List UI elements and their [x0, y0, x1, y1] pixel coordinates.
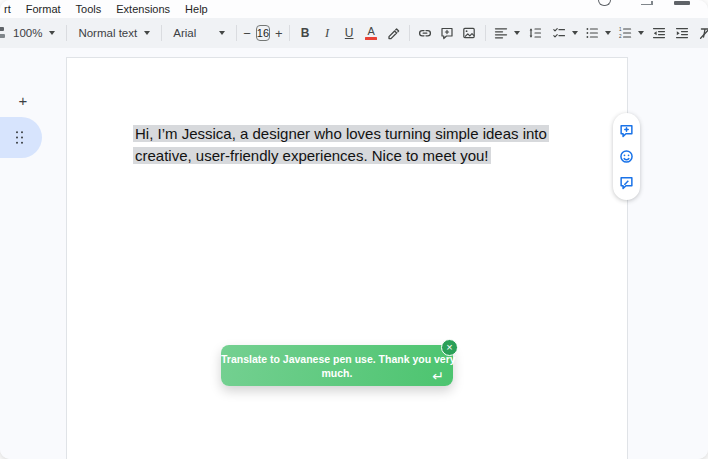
chevron-down-icon	[605, 31, 611, 35]
insert-plus-button[interactable]: +	[15, 92, 31, 109]
suggest-edits-icon[interactable]	[618, 174, 635, 191]
bold-button[interactable]: B	[296, 24, 315, 43]
insert-link-icon[interactable]	[416, 24, 435, 43]
clipped-comment-icon	[641, 3, 653, 5]
divider	[289, 25, 290, 41]
toolbar: 100% Normal text Arial − 16 + B I U A	[0, 18, 708, 48]
insert-image-icon[interactable]	[460, 24, 479, 43]
clipped-history-icon	[598, 0, 611, 6]
chevron-down-icon	[144, 31, 150, 35]
clear-formatting-icon[interactable]	[696, 24, 708, 43]
paragraph-style-select[interactable]: Normal text	[73, 24, 155, 42]
drag-dots-icon	[15, 130, 24, 145]
text-color-button[interactable]: A	[362, 24, 381, 43]
line-spacing-icon[interactable]	[526, 24, 545, 43]
font-size-input[interactable]: 16	[256, 25, 270, 41]
chevron-down-icon	[514, 31, 520, 35]
paragraph-style-value: Normal text	[78, 27, 137, 39]
italic-button[interactable]: I	[318, 24, 337, 43]
document-canvas: Hi, I’m Jessica, a designer who loves tu…	[0, 48, 708, 459]
close-icon[interactable]: ×	[441, 339, 458, 356]
align-left-icon	[492, 24, 511, 43]
increase-font-size-button[interactable]: +	[275, 26, 283, 41]
font-family-select[interactable]: Arial	[168, 24, 230, 42]
divider	[236, 25, 237, 41]
highlighter-icon[interactable]	[384, 24, 403, 43]
floating-action-pill	[613, 113, 640, 200]
indent-icon[interactable]	[673, 24, 692, 43]
font-family-value: Arial	[173, 27, 196, 39]
add-comment-icon[interactable]	[618, 122, 635, 139]
decrease-font-size-button[interactable]: −	[243, 26, 251, 41]
chevron-down-icon	[638, 31, 644, 35]
selected-text-line[interactable]: creative, user-friendly experiences. Nic…	[133, 147, 491, 164]
enter-icon[interactable]: ↵	[432, 369, 444, 383]
outdent-icon[interactable]	[650, 24, 669, 43]
menu-bar: rt Format Tools Extensions Help	[0, 0, 708, 18]
document-page[interactable]: Hi, I’m Jessica, a designer who loves tu…	[66, 57, 628, 459]
zoom-value: 100%	[13, 27, 42, 39]
drag-handle-pill[interactable]	[0, 117, 42, 158]
menu-item-tools[interactable]: Tools	[75, 3, 103, 15]
chevron-down-icon	[219, 31, 225, 35]
text-color-swatch	[365, 37, 377, 40]
checklist-icon	[550, 24, 569, 43]
menu-item-insert-partial[interactable]: rt	[3, 3, 12, 15]
menu-item-format[interactable]: Format	[25, 3, 62, 15]
toast-text-line: much.	[221, 366, 453, 380]
numbered-list-icon: 1 2	[616, 24, 635, 43]
divider	[409, 25, 410, 41]
menu-item-help[interactable]: Help	[184, 3, 209, 15]
svg-text:2: 2	[619, 34, 622, 39]
toast-text-line: Translate to Javanese pen use. Thank you…	[221, 352, 453, 366]
bullet-list-icon	[583, 24, 602, 43]
google-docs-window: rt Format Tools Extensions Help 100% Nor…	[0, 0, 708, 459]
divider	[485, 25, 486, 41]
paragraph: Hi, I’m Jessica, a designer who loves tu…	[133, 123, 549, 167]
align-select[interactable]	[492, 24, 520, 43]
selected-text-line[interactable]: Hi, I’m Jessica, a designer who loves tu…	[133, 125, 549, 142]
bullet-list-select[interactable]	[583, 24, 611, 43]
divider	[161, 25, 162, 41]
numbered-list-select[interactable]: 1 2	[616, 24, 644, 43]
chevron-down-icon	[572, 31, 578, 35]
underline-button[interactable]: U	[340, 24, 359, 43]
checklist-select[interactable]	[550, 24, 578, 43]
emoji-reaction-icon[interactable]	[618, 148, 635, 165]
svg-text:1: 1	[619, 27, 622, 32]
clipped-share-icon	[674, 1, 690, 5]
add-comment-icon[interactable]	[438, 24, 457, 43]
translate-toast: Translate to Javanese pen use. Thank you…	[221, 345, 453, 386]
menu-item-extensions[interactable]: Extensions	[115, 3, 171, 15]
chevron-down-icon	[49, 31, 55, 35]
divider	[66, 25, 67, 41]
zoom-select[interactable]: 100%	[8, 24, 60, 42]
